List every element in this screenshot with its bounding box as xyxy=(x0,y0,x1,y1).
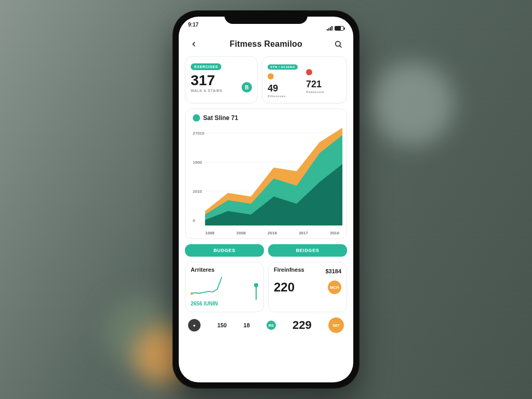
dot-icon-orange xyxy=(268,73,274,79)
card-main-value: 220 xyxy=(274,280,295,295)
search-button[interactable] xyxy=(331,37,345,51)
footer-val-b: 18 xyxy=(244,322,250,328)
marker-dot-icon xyxy=(254,283,258,287)
stat-primary-value: 317 xyxy=(191,73,222,88)
battery-icon xyxy=(335,26,344,31)
stats-row: EXERCISES 317 WALK & STAIRS B STN / AVJS… xyxy=(185,56,347,103)
chart-xtick: 1008 xyxy=(205,231,215,235)
app-header: Fitmess Reamiloo xyxy=(179,34,353,56)
footer-big-value: 229 xyxy=(292,318,312,332)
chart-xtick: 2018 xyxy=(268,231,277,235)
marker-line xyxy=(256,287,257,300)
stat-card-secondary[interactable]: STN / AVJSNA 49 Ethsnoses 721 Radaconie xyxy=(262,56,347,103)
stat-secondary-pill: STN / AVJSNA xyxy=(268,64,298,70)
stat-primary-sub: WALK & STAIRS xyxy=(191,89,222,92)
chip-beidges[interactable]: BEIDGES xyxy=(268,244,347,257)
phone-notch xyxy=(224,10,308,24)
signal-icon xyxy=(327,26,332,31)
chart-area: 27010 1800 2010 0 xyxy=(190,125,344,229)
app-screen: 9:17 Fitmess Reamiloo EXERCISES xyxy=(179,17,353,382)
chart-title: Sat Sline 71 xyxy=(203,114,238,122)
phone-frame: 9:17 Fitmess Reamiloo EXERCISES xyxy=(172,10,360,389)
dot-icon-red xyxy=(306,69,312,75)
footer-badge-icon[interactable]: 307 xyxy=(328,317,344,333)
stat-a-sub: Ethsnoses xyxy=(268,95,303,98)
chart-xticks: 1008 2008 2018 2017 2010 xyxy=(190,229,344,235)
page-title: Fitmess Reamiloo xyxy=(230,39,302,49)
stat-a-value: 49 xyxy=(268,84,303,93)
button-row: BUDGES BEIDGES xyxy=(185,244,347,257)
chart-ytick: 1800 xyxy=(193,160,202,165)
stat-pill: EXERCISES xyxy=(191,63,221,70)
chart-dot-icon xyxy=(193,114,200,122)
footer-dot-icon[interactable]: ● xyxy=(188,319,201,331)
card-header: Arriteres xyxy=(191,267,258,273)
stat-b-sub: Radaconie xyxy=(306,90,341,94)
card-arriteres[interactable]: Arriteres 2656 IUNIN xyxy=(185,262,264,312)
chart-ytick: 2010 xyxy=(193,189,202,194)
footer-val-a: 150 xyxy=(217,322,227,328)
chart-xtick: 2010 xyxy=(330,231,339,235)
chart-xtick: 2017 xyxy=(299,231,308,235)
card-side-value: $3184 xyxy=(325,268,341,274)
area-chart xyxy=(190,125,344,229)
chip-budges[interactable]: BUDGES xyxy=(185,244,264,257)
badge-orange-icon: MCR xyxy=(328,281,341,294)
sparkline xyxy=(191,276,222,297)
card-fireinfness[interactable]: Fireinfness $3184 220 MCR xyxy=(268,262,347,312)
status-time: 9:17 xyxy=(188,22,198,34)
chart-ytick: 0 xyxy=(193,218,195,223)
footer-row: ● 150 18 RS 229 307 xyxy=(185,317,347,333)
chart-xtick: 2008 xyxy=(236,231,246,235)
svg-line-1 xyxy=(340,46,341,47)
chart-ytick: 27010 xyxy=(193,131,204,136)
footer-chip[interactable]: RS xyxy=(267,321,276,330)
card-sub: 2656 IUNIN xyxy=(191,301,222,307)
bottom-row: Arriteres 2656 IUNIN Firei xyxy=(185,262,347,312)
stat-b-value: 721 xyxy=(306,79,341,89)
back-button[interactable] xyxy=(187,37,201,51)
card-header: Fireinfness xyxy=(274,267,304,273)
stat-card-primary[interactable]: EXERCISES 317 WALK & STAIRS B xyxy=(185,56,258,103)
stat-badge-icon: B xyxy=(242,82,252,92)
chart-card[interactable]: Sat Sline 71 27010 1800 2010 0 1008 2008… xyxy=(185,109,347,239)
